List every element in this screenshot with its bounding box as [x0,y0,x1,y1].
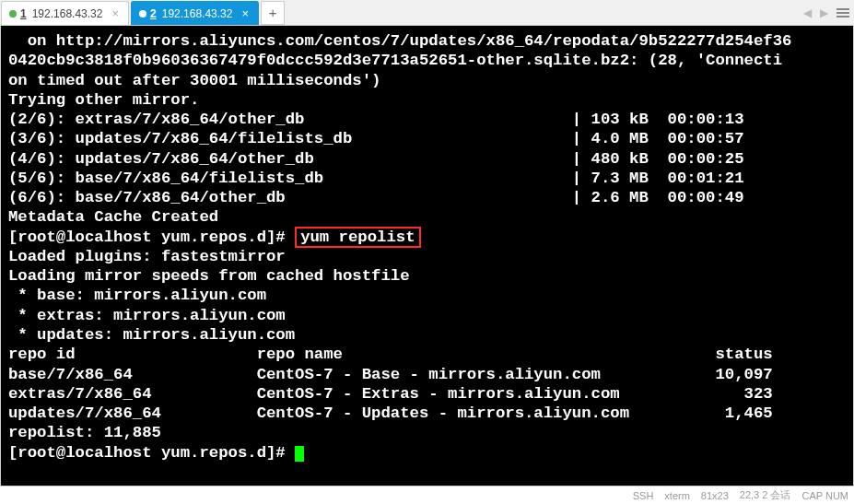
status-dot-icon [139,10,146,18]
output-line: (5/6): base/7/x86_64/filelists_db | 7.3 … [8,170,744,187]
output-line: * updates: mirrors.aliyun.com [8,326,295,344]
menu-icon[interactable] [832,8,854,18]
status-ssh: SSH [633,490,654,501]
output-line: * base: mirrors.aliyun.com [8,287,266,304]
tab-bar: 1 192.168.43.32 × 2 192.168.43.32 × + ◀ … [0,0,854,26]
close-icon[interactable]: × [106,6,121,20]
status-bar: SSH xterm 81x23 22,3 2 会话 CAP NUM [0,486,854,504]
output-line: Trying other mirror. [8,91,199,109]
output-line: (2/6): extras/7/x86_64/other_db | 103 kB… [8,111,744,128]
close-icon[interactable]: × [236,6,251,20]
tab-label: 192.168.43.32 [162,7,233,20]
output-line: extras/7/x86_64 CentOS-7 - Extras - mirr… [8,385,773,403]
output-line: on timed out after 30001 milliseconds') [8,72,380,89]
output-line: repolist: 11,885 [8,424,161,441]
output-line: (4/6): updates/7/x86_64/other_db | 480 k… [8,150,744,168]
output-line: (3/6): updates/7/x86_64/filelists_db | 4… [8,130,744,147]
new-tab-button[interactable]: + [261,1,285,25]
tab-number: 2 [150,7,157,20]
terminal-output[interactable]: on http://mirrors.aliyuncs.com/centos/7/… [0,26,854,486]
output-line: Loaded plugins: fastestmirror [8,248,286,265]
status-dot-icon [9,10,17,18]
tab-number: 1 [20,7,27,20]
prompt: [root@localhost yum.repos.d]# [8,229,295,246]
output-line: Metadata Cache Created [8,208,218,226]
tab-2[interactable]: 2 192.168.43.32 × [131,1,259,25]
status-size: 81x23 [701,490,729,501]
output-line: repo id repo name status [8,346,773,363]
output-line: 0420cb9c3818f0b96036367479f0dccc592d3e77… [8,52,782,69]
prev-tab-icon[interactable]: ◀ [799,5,815,21]
output-line: * extras: mirrors.aliyun.com [8,307,286,324]
output-line: Loading mirror speeds from cached hostfi… [8,267,410,285]
tab-label: 192.168.43.32 [32,7,103,20]
next-tab-icon[interactable]: ▶ [815,5,832,21]
highlighted-command: yum repolist [295,227,420,248]
status-caps: CAP NUM [801,490,848,501]
status-other: 22,3 2 会话 [740,488,791,502]
prompt: [root@localhost yum.repos.d]# [8,444,295,462]
output-line: on http://mirrors.aliyuncs.com/centos/7/… [8,32,791,50]
output-line: (6/6): base/7/x86_64/other_db | 2.6 MB 0… [8,189,744,206]
output-line: base/7/x86_64 CentOS-7 - Base - mirrors.… [8,366,773,383]
status-term-type: xterm [664,490,690,501]
cursor-icon [295,446,304,462]
output-line: updates/7/x86_64 CentOS-7 - Updates - mi… [8,404,773,422]
tab-1[interactable]: 1 192.168.43.32 × [1,1,129,25]
